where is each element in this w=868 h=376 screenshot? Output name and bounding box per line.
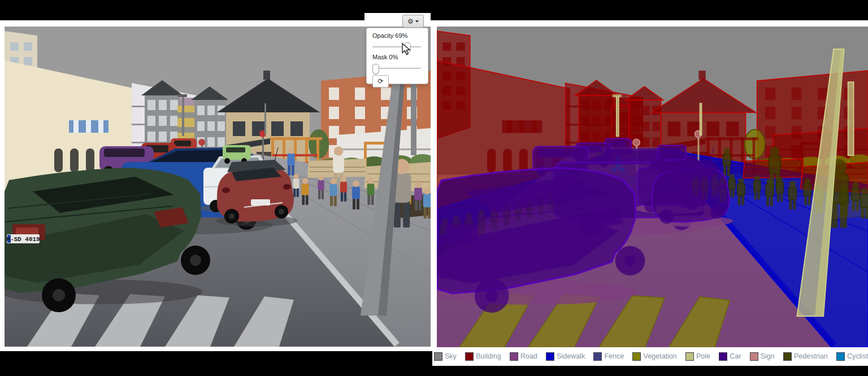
building-segment [632, 106, 639, 115]
pedestrian-shape [302, 178, 309, 184]
pedestrian-segment [840, 200, 847, 228]
car-shape [104, 148, 145, 157]
building-shape [329, 88, 339, 100]
pedestrian-shape [293, 188, 296, 197]
pedestrian-segment [766, 195, 769, 207]
legend-item-sign: Sign [750, 352, 775, 361]
building-shape [86, 148, 94, 172]
opacity-slider[interactable] [372, 42, 422, 51]
pole-segment [848, 82, 854, 155]
building-shape [177, 127, 197, 133]
pedestrian-shape [371, 194, 374, 205]
car-segment [714, 209, 720, 215]
pedestrian-shape [419, 199, 422, 211]
building-segment [581, 100, 589, 110]
legend-label: Vegetation [643, 352, 676, 360]
building-shape [263, 71, 270, 80]
pedestrian-shape [318, 190, 320, 199]
pedestrian-segment [852, 199, 855, 211]
opacity-slider-track[interactable] [372, 46, 421, 47]
building-segment [581, 132, 589, 142]
building-segment [456, 57, 465, 65]
pedestrian-segment [861, 207, 864, 219]
pedestrian-shape [403, 200, 410, 228]
building-shape [24, 57, 32, 65]
pedestrian-shape [288, 164, 290, 176]
license-plate-text: M-SD 4019 [6, 236, 40, 243]
building-shape [159, 132, 167, 142]
legend-swatch-fence [593, 352, 602, 361]
legend-label: Sign [761, 352, 775, 360]
pedestrian-segment [730, 174, 735, 179]
mask-slider-track[interactable] [372, 68, 421, 69]
pedestrian-segment [754, 190, 757, 200]
building-segment [765, 88, 775, 100]
pedestrian-segment [861, 188, 868, 195]
settings-gear-button[interactable]: ⚙ [402, 15, 424, 28]
pedestrian-shape [322, 190, 324, 199]
pole-shape [182, 97, 184, 136]
pedestrian-segment [777, 192, 779, 202]
pedestrian-segment [729, 179, 735, 189]
pole-segment [613, 94, 622, 97]
legend-label: Road [520, 352, 537, 360]
building-segment [506, 120, 511, 133]
mask-label: Mask 0% [372, 54, 422, 61]
building-segment [593, 100, 601, 110]
legend-item-fence: Fence [593, 352, 624, 361]
building-segment [519, 120, 524, 133]
pedestrian-segment [776, 182, 783, 193]
pedestrian-segment [754, 180, 761, 191]
pedestrian-shape [357, 198, 359, 209]
building-segment [707, 121, 719, 136]
legend-swatch-sky [434, 352, 442, 361]
pedestrian-shape [334, 195, 337, 206]
segmentation-image-canvas: M-SD 4019 [437, 27, 868, 347]
pedestrian-segment [808, 194, 811, 205]
pedestrian-shape [292, 164, 294, 176]
building-shape [10, 42, 19, 51]
building-segment [653, 121, 660, 131]
pedestrian-segment [737, 183, 745, 195]
car-segment [609, 141, 626, 146]
opacity-slider-thumb[interactable] [404, 42, 411, 53]
building-shape [271, 121, 284, 136]
pedestrian-segment [865, 207, 868, 219]
building-shape [147, 116, 155, 126]
legend-label: Cyclist [847, 352, 868, 360]
settings-dropdown-panel: Opacity 69% Mask 0% ⟳ [366, 28, 428, 84]
building-shape [381, 88, 391, 100]
legend-item-vegetation: Vegetation [632, 352, 676, 361]
building-segment [632, 121, 639, 131]
building-shape [70, 148, 79, 172]
building-segment [765, 107, 775, 119]
legend-swatch-road [510, 352, 518, 361]
building-shape [159, 116, 167, 126]
refresh-button[interactable]: ⟳ [372, 75, 389, 88]
legend-label: Sidewalk [557, 352, 585, 360]
pole-shape [264, 103, 266, 135]
legend-item-cyclist: Cyclist [836, 352, 868, 361]
pedestrian-shape [333, 155, 344, 173]
pedestrian-segment [770, 147, 780, 156]
mask-slider[interactable] [372, 64, 422, 73]
car-shape [279, 209, 284, 215]
pedestrian-shape [415, 182, 421, 188]
car-segment [624, 255, 636, 266]
building-shape [197, 121, 205, 131]
mask-slider-thumb[interactable] [372, 64, 379, 74]
building-segment [487, 148, 496, 172]
car-shape [283, 184, 291, 190]
building-shape [329, 107, 339, 119]
building-shape [147, 132, 155, 142]
building-shape [355, 107, 365, 119]
legend-item-pedestrian: Pedestrian [783, 352, 828, 361]
building-shape [197, 106, 205, 115]
pedestrian-shape [287, 154, 294, 165]
car-shape [224, 158, 230, 164]
building-segment [642, 121, 649, 131]
pedestrian-shape [329, 184, 337, 196]
building-segment [668, 121, 680, 136]
pedestrian-segment [804, 178, 810, 185]
building-segment [612, 127, 631, 133]
